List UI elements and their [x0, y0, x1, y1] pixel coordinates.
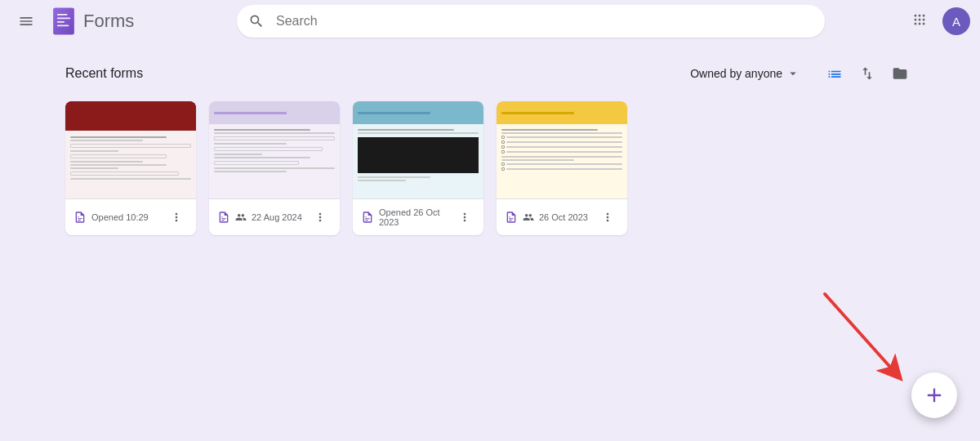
form-icon-3 [361, 211, 374, 224]
search-bar [237, 5, 825, 38]
card-footer-1: Opened 10:29 [65, 199, 196, 235]
cards-grid: Opened 10:29 [65, 101, 915, 235]
search-icon [248, 13, 265, 29]
card-meta-4: 26 Oct 2023 [539, 212, 588, 222]
card-thumbnail-1 [65, 101, 196, 199]
form-card-3[interactable]: Opened 26 Oct 2023 [353, 101, 483, 235]
shared-icon-4 [523, 212, 534, 223]
svg-rect-2 [57, 14, 68, 16]
svg-rect-5 [57, 25, 69, 27]
svg-line-6 [825, 294, 894, 372]
section-title: Recent forms [65, 66, 143, 81]
shared-icon-2 [235, 212, 247, 223]
arrow-annotation [817, 286, 915, 392]
apps-icon [911, 12, 929, 30]
section-controls: Owned by anyone [684, 59, 915, 88]
apps-button[interactable] [903, 5, 936, 38]
list-view-icon [826, 65, 843, 82]
section-header: Recent forms Owned by anyone [65, 59, 915, 88]
new-form-fab[interactable] [911, 372, 957, 418]
card-more-button-2[interactable] [309, 206, 332, 229]
avatar[interactable]: A [942, 7, 970, 35]
menu-button[interactable] [10, 5, 42, 38]
owned-by-button[interactable]: Owned by anyone [684, 61, 807, 86]
chevron-down-icon [786, 66, 800, 81]
svg-rect-4 [57, 21, 65, 23]
sort-icon [859, 65, 875, 82]
card-more-button-3[interactable] [454, 206, 475, 229]
plus-icon [923, 384, 946, 407]
topbar-left: Forms [10, 5, 173, 38]
hamburger-icon [18, 13, 34, 29]
card-meta-1: Opened 10:29 [91, 212, 149, 222]
form-icon-4 [505, 211, 518, 224]
topbar-right: A [889, 5, 970, 38]
card-thumbnail-3 [353, 101, 483, 199]
card-thumbnail-4 [497, 101, 627, 199]
form-card-2[interactable]: 22 Aug 2024 [209, 101, 340, 235]
form-icon-1 [74, 211, 87, 224]
list-view-button[interactable] [820, 59, 849, 88]
form-card-1[interactable]: Opened 10:29 [65, 101, 196, 235]
sort-button[interactable] [853, 59, 882, 88]
main-content: Recent forms Owned by anyone [0, 42, 980, 252]
app-logo[interactable]: Forms [49, 7, 134, 36]
app-title: Forms [83, 11, 134, 32]
folder-icon [892, 65, 908, 82]
card-meta-3: Opened 26 Oct 2023 [379, 207, 454, 227]
owned-by-label: Owned by anyone [690, 67, 782, 80]
card-footer-left-1: Opened 10:29 [74, 211, 149, 224]
card-meta-2: 22 Aug 2024 [252, 212, 302, 222]
card-footer-4: 26 Oct 2023 [497, 199, 627, 235]
card-footer-2: 22 Aug 2024 [209, 199, 340, 235]
view-icons [820, 59, 915, 88]
forms-logo-icon [49, 7, 78, 36]
form-icon-2 [217, 211, 230, 224]
topbar: Forms A [0, 0, 980, 42]
card-footer-left-4: 26 Oct 2023 [505, 211, 588, 224]
card-thumbnail-2 [209, 101, 340, 199]
card-footer-left-3: Opened 26 Oct 2023 [361, 207, 454, 227]
svg-rect-3 [57, 18, 70, 20]
card-footer-3: Opened 26 Oct 2023 [353, 199, 483, 235]
card-more-button-1[interactable] [165, 206, 188, 229]
card-footer-left-2: 22 Aug 2024 [217, 211, 302, 224]
search-input[interactable] [237, 5, 825, 38]
card-more-button-4[interactable] [596, 206, 619, 229]
form-card-4[interactable]: 26 Oct 2023 [497, 101, 627, 235]
folder-view-button[interactable] [885, 59, 915, 88]
